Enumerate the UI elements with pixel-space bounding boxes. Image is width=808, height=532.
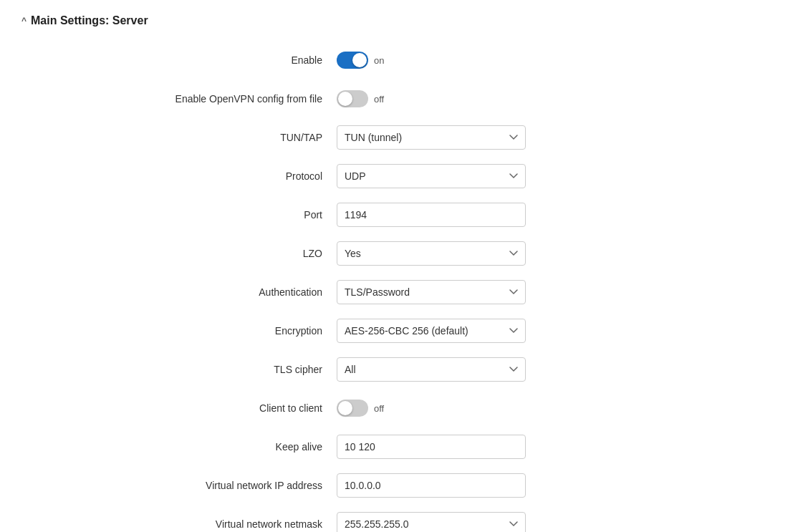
virtual-network-netmask-select[interactable]: 255.255.255.0 255.255.0.0 255.0.0.0 — [337, 512, 526, 532]
virtual-network-ip-row: Virtual network IP address — [21, 473, 787, 498]
enable-toggle-wrapper: on — [337, 52, 384, 69]
protocol-label: Protocol — [21, 170, 337, 182]
tls-cipher-row: TLS cipher All TLS-DHE-RSA-WITH-AES-256-… — [21, 357, 787, 382]
keep-alive-input[interactable] — [337, 435, 526, 459]
page-title: ^ Main Settings: Server — [21, 14, 787, 27]
authentication-select-wrapper: TLS/Password TLS Static Key — [337, 280, 526, 304]
client-to-client-toggle-state: off — [374, 403, 384, 414]
keep-alive-input-wrapper — [337, 435, 526, 459]
client-to-client-label: Client to client — [21, 402, 337, 414]
tun-tap-row: TUN/TAP TUN (tunnel) TAP — [21, 125, 787, 150]
port-input-wrapper — [337, 203, 526, 227]
virtual-network-ip-input[interactable] — [337, 473, 526, 498]
enable-toggle[interactable] — [337, 52, 368, 69]
protocol-select[interactable]: UDP TCP — [337, 164, 526, 188]
port-input[interactable] — [337, 203, 526, 227]
protocol-select-wrapper: UDP TCP — [337, 164, 526, 188]
enable-openvpn-toggle-wrapper: off — [337, 90, 384, 107]
enable-openvpn-label: Enable OpenVPN config from file — [21, 93, 337, 105]
enable-label: Enable — [21, 54, 337, 66]
title-text: Main Settings: Server — [31, 14, 148, 27]
encryption-label: Encryption — [21, 325, 337, 337]
lzo-label: LZO — [21, 248, 337, 259]
virtual-network-netmask-label: Virtual network netmask — [21, 518, 337, 530]
page-container: ^ Main Settings: Server Enable on Enable… — [0, 0, 808, 532]
client-to-client-row: Client to client off — [21, 395, 787, 421]
encryption-select[interactable]: AES-256-CBC 256 (default) AES-128-CBC 12… — [337, 319, 526, 343]
virtual-network-netmask-select-wrapper: 255.255.255.0 255.255.0.0 255.0.0.0 — [337, 512, 526, 532]
tun-tap-select[interactable]: TUN (tunnel) TAP — [337, 125, 526, 150]
client-to-client-toggle[interactable] — [337, 400, 368, 417]
virtual-network-ip-input-wrapper — [337, 473, 526, 498]
keep-alive-row: Keep alive — [21, 434, 787, 460]
virtual-network-ip-label: Virtual network IP address — [21, 480, 337, 491]
encryption-row: Encryption AES-256-CBC 256 (default) AES… — [21, 318, 787, 344]
lzo-select[interactable]: Yes No Adaptive — [337, 241, 526, 266]
enable-openvpn-toggle[interactable] — [337, 90, 368, 107]
virtual-network-netmask-row: Virtual network netmask 255.255.255.0 25… — [21, 511, 787, 532]
port-label: Port — [21, 209, 337, 221]
enable-toggle-state: on — [374, 55, 384, 66]
encryption-select-wrapper: AES-256-CBC 256 (default) AES-128-CBC 12… — [337, 319, 526, 343]
enable-openvpn-toggle-state: off — [374, 94, 384, 105]
enable-row: Enable on — [21, 47, 787, 73]
enable-openvpn-toggle-knob — [338, 92, 352, 106]
caret-icon: ^ — [21, 16, 27, 26]
port-row: Port — [21, 202, 787, 228]
tls-cipher-select[interactable]: All TLS-DHE-RSA-WITH-AES-256-GCM-SHA384 … — [337, 357, 526, 382]
tls-cipher-select-wrapper: All TLS-DHE-RSA-WITH-AES-256-GCM-SHA384 … — [337, 357, 526, 382]
tun-tap-label: TUN/TAP — [21, 132, 337, 143]
enable-openvpn-row: Enable OpenVPN config from file off — [21, 86, 787, 112]
tun-tap-select-wrapper: TUN (tunnel) TAP — [337, 125, 526, 150]
keep-alive-label: Keep alive — [21, 441, 337, 453]
lzo-select-wrapper: Yes No Adaptive — [337, 241, 526, 266]
lzo-row: LZO Yes No Adaptive — [21, 241, 787, 266]
enable-toggle-knob — [352, 53, 367, 67]
protocol-row: Protocol UDP TCP — [21, 163, 787, 189]
client-to-client-toggle-knob — [338, 401, 352, 415]
client-to-client-toggle-wrapper: off — [337, 400, 384, 417]
authentication-row: Authentication TLS/Password TLS Static K… — [21, 279, 787, 305]
authentication-select[interactable]: TLS/Password TLS Static Key — [337, 280, 526, 304]
authentication-label: Authentication — [21, 286, 337, 298]
tls-cipher-label: TLS cipher — [21, 364, 337, 375]
